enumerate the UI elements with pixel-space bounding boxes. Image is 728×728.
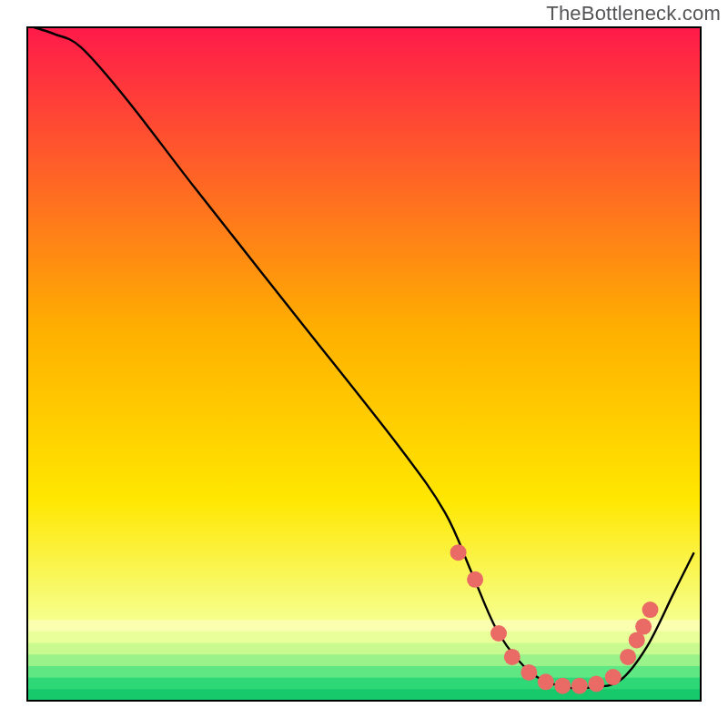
highlight-dot	[554, 678, 571, 694]
plot-area	[27, 27, 701, 702]
highlight-dot	[504, 649, 521, 665]
highlight-dot	[635, 619, 652, 635]
color-band	[27, 654, 701, 666]
highlight-dot	[490, 625, 507, 642]
color-band	[27, 632, 701, 643]
color-band	[27, 620, 701, 632]
color-band	[27, 666, 701, 678]
highlight-dot	[571, 678, 588, 694]
highlight-dot	[538, 673, 554, 690]
highlight-dot	[467, 571, 483, 588]
highlight-dot	[605, 669, 622, 685]
gradient-background	[27, 27, 701, 701]
highlight-dot	[588, 676, 604, 693]
bottleneck-chart	[0, 0, 728, 728]
highlight-dot	[642, 602, 659, 618]
highlight-dot	[620, 649, 636, 665]
highlight-dot	[521, 664, 537, 681]
highlight-dot	[450, 544, 467, 561]
chart-frame: { "attribution": "TheBottleneck.com", "c…	[0, 0, 728, 728]
color-band	[27, 643, 701, 655]
